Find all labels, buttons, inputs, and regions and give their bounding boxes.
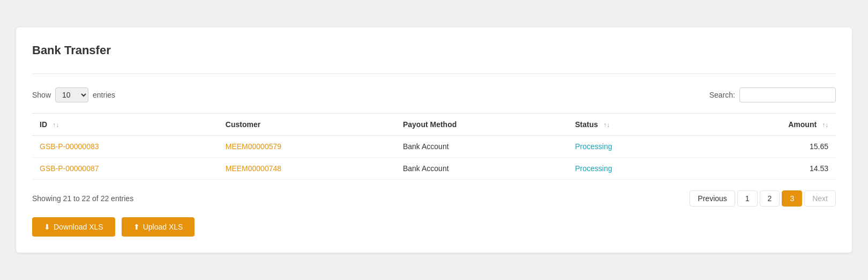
id-link[interactable]: GSB-P-00000087: [40, 164, 99, 173]
sort-icon-status[interactable]: ↑↓: [603, 121, 610, 129]
col-amount-label: Amount: [788, 120, 817, 129]
table-row: GSB-P-00000083 MEEM00000579 Bank Account…: [32, 136, 836, 158]
cell-id: GSB-P-00000087: [32, 158, 218, 180]
footer-row: Showing 21 to 22 of 22 entries Previous …: [32, 190, 836, 207]
customer-link[interactable]: MEEM00000748: [226, 164, 281, 173]
cell-amount: 15.65: [698, 136, 836, 158]
cell-payout-method: Bank Account: [395, 158, 567, 180]
prev-button[interactable]: Previous: [690, 190, 735, 207]
table-body: GSB-P-00000083 MEEM00000579 Bank Account…: [32, 136, 836, 180]
showing-text: Showing 21 to 22 of 22 entries: [32, 194, 133, 203]
col-header-payout-method: Payout Method: [395, 114, 567, 136]
cell-amount: 14.53: [698, 158, 836, 180]
table-header-row: ID ↑↓ Customer Payout Method Status ↑↓ A…: [32, 114, 836, 136]
cell-status: Processing: [567, 136, 698, 158]
page-1-button[interactable]: 1: [737, 190, 758, 207]
sort-icon-id[interactable]: ↑↓: [53, 121, 59, 129]
page-title: Bank Transfer: [32, 43, 836, 57]
cell-id: GSB-P-00000083: [32, 136, 218, 158]
table-row: GSB-P-00000087 MEEM00000748 Bank Account…: [32, 158, 836, 180]
page-2-button[interactable]: 2: [760, 190, 780, 207]
status-link[interactable]: Processing: [575, 164, 612, 173]
upload-xls-button[interactable]: ⬆ Upload XLS: [122, 217, 195, 237]
data-table: ID ↑↓ Customer Payout Method Status ↑↓ A…: [32, 113, 836, 180]
col-status-label: Status: [575, 120, 598, 129]
col-header-customer: Customer: [218, 114, 395, 136]
id-link[interactable]: GSB-P-00000083: [40, 142, 99, 151]
search-area: Search:: [709, 87, 836, 102]
upload-label: Upload XLS: [143, 223, 183, 231]
col-header-id: ID ↑↓: [32, 114, 218, 136]
main-card: Bank Transfer Show 10 25 50 100 entries …: [16, 27, 852, 253]
divider: [32, 73, 836, 74]
cell-customer: MEEM00000579: [218, 136, 395, 158]
show-label: Show: [32, 91, 51, 99]
col-id-label: ID: [40, 120, 47, 129]
download-icon: ⬇: [44, 223, 50, 231]
col-header-amount: Amount ↑↓: [698, 114, 836, 136]
pagination: Previous 1 2 3 Next: [690, 190, 836, 207]
search-label: Search:: [709, 91, 735, 99]
download-xls-button[interactable]: ⬇ Download XLS: [32, 217, 115, 237]
controls-top: Show 10 25 50 100 entries Search:: [32, 87, 836, 102]
col-customer-label: Customer: [226, 120, 260, 129]
sort-icon-amount[interactable]: ↑↓: [822, 121, 828, 129]
action-buttons: ⬇ Download XLS ⬆ Upload XLS: [32, 217, 836, 237]
cell-status: Processing: [567, 158, 698, 180]
entries-select[interactable]: 10 25 50 100: [55, 87, 88, 102]
customer-link[interactable]: MEEM00000579: [226, 142, 281, 151]
entries-label: entries: [93, 91, 115, 99]
cell-customer: MEEM00000748: [218, 158, 395, 180]
upload-icon: ⬆: [133, 223, 140, 231]
show-entries-container: Show 10 25 50 100 entries: [32, 87, 115, 102]
download-label: Download XLS: [54, 223, 103, 231]
status-link[interactable]: Processing: [575, 142, 612, 151]
col-header-status: Status ↑↓: [567, 114, 698, 136]
next-button[interactable]: Next: [804, 190, 836, 207]
search-input[interactable]: [739, 87, 836, 102]
page-3-button[interactable]: 3: [782, 190, 802, 207]
cell-payout-method: Bank Account: [395, 136, 567, 158]
col-payout-label: Payout Method: [403, 120, 457, 129]
